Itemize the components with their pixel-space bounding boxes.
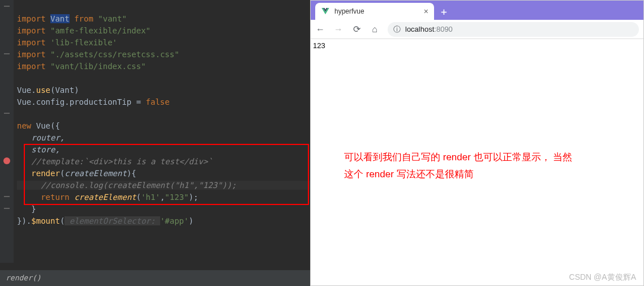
browser-address-bar: ← → ⟳ ⌂ ⓘ localhost:8090 xyxy=(311,20,643,39)
vue-logo-icon xyxy=(321,7,330,16)
status-text: render() xyxy=(6,274,41,282)
forward-icon[interactable]: → xyxy=(333,24,344,35)
breakpoint-icon[interactable] xyxy=(3,157,10,164)
back-icon[interactable]: ← xyxy=(315,24,325,35)
url-host: localhost xyxy=(405,25,434,33)
info-icon[interactable]: ⓘ xyxy=(393,24,401,35)
browser-tab[interactable]: hyperfvue × xyxy=(315,3,434,20)
annotation-text: 可以看到我们自己写的 render 也可以正常显示， 当然 这个 render … xyxy=(344,149,627,183)
url-port: :8090 xyxy=(434,25,453,33)
url-input[interactable]: ⓘ localhost:8090 xyxy=(388,22,639,37)
editor-gutter xyxy=(0,0,14,263)
browser-window: hyperfvue × + ← → ⟳ ⌂ ⓘ localhost:8090 1… xyxy=(310,0,644,286)
home-icon[interactable]: ⌂ xyxy=(370,24,380,35)
page-output: 123 xyxy=(313,41,325,50)
watermark: CSDN @A黄俊辉A xyxy=(569,272,636,283)
fold-marker[interactable] xyxy=(4,53,10,54)
fold-marker[interactable] xyxy=(4,208,10,209)
code-editor[interactable]: import Vant from "vant" import "amfe-fle… xyxy=(0,0,310,286)
tab-title: hyperfvue xyxy=(334,7,364,15)
reload-icon[interactable]: ⟳ xyxy=(351,24,362,35)
close-icon[interactable]: × xyxy=(424,7,428,16)
fold-marker[interactable] xyxy=(4,113,10,114)
fold-marker[interactable] xyxy=(4,196,10,197)
fold-marker[interactable] xyxy=(4,6,10,7)
code-content[interactable]: import Vant from "vant" import "amfe-fle… xyxy=(0,0,310,239)
page-body: 123 xyxy=(311,39,643,52)
editor-status-bar: render() xyxy=(0,270,310,286)
new-tab-button[interactable]: + xyxy=(434,3,454,20)
browser-tab-strip: hyperfvue × + xyxy=(311,1,643,20)
